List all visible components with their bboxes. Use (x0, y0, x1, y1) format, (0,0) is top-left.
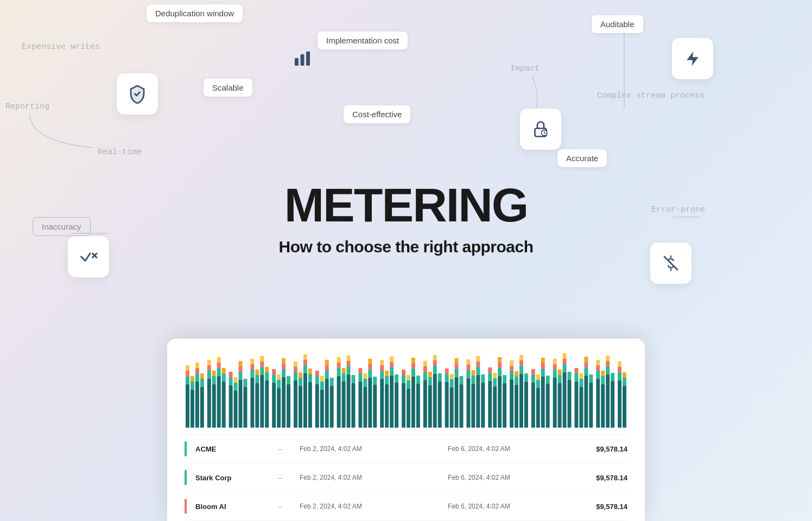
svg-rect-120 (368, 378, 372, 428)
svg-rect-211 (519, 355, 523, 360)
svg-rect-50 (250, 370, 254, 378)
svg-rect-177 (466, 370, 470, 378)
svg-rect-202 (510, 371, 513, 379)
svg-rect-41 (234, 383, 238, 391)
svg-rect-268 (623, 386, 626, 428)
svg-rect-259 (606, 366, 610, 374)
svg-rect-81 (299, 372, 302, 378)
svg-rect-207 (515, 371, 518, 377)
svg-rect-270 (623, 372, 626, 378)
svg-rect-105 (342, 382, 346, 428)
svg-rect-79 (299, 386, 302, 428)
svg-rect-86 (308, 382, 312, 428)
svg-rect-178 (466, 365, 470, 370)
svg-rect-151 (423, 380, 427, 428)
svg-rect-140 (402, 375, 405, 383)
svg-rect-247 (584, 362, 588, 367)
svg-rect-166 (445, 368, 449, 374)
svg-rect-82 (303, 373, 307, 428)
svg-rect-136 (390, 357, 394, 362)
svg-rect-102 (337, 368, 341, 376)
svg-rect-129 (380, 360, 384, 365)
svg-rect-70 (282, 369, 286, 377)
svg-rect-74 (287, 376, 290, 384)
row-indicator (185, 499, 187, 514)
svg-rect-187 (481, 383, 485, 428)
svg-rect-139 (402, 383, 405, 428)
svg-rect-209 (519, 366, 523, 374)
svg-rect-145 (411, 377, 415, 428)
svg-rect-169 (450, 374, 454, 379)
svg-rect-19 (195, 363, 199, 368)
svg-rect-147 (411, 363, 415, 368)
svg-rect-158 (433, 374, 437, 428)
svg-rect-22 (200, 373, 204, 379)
row-amount: $9,578.14 (596, 474, 627, 482)
svg-rect-23 (207, 379, 211, 428)
svg-rect-192 (493, 386, 497, 428)
svg-rect-26 (207, 360, 211, 365)
ghost-impact: Impact (510, 64, 540, 73)
svg-rect-21 (200, 379, 204, 387)
svg-rect-90 (315, 376, 319, 384)
svg-rect-2 (306, 52, 310, 66)
svg-rect-87 (308, 374, 312, 382)
tag-accurate: Accurate (557, 149, 607, 167)
svg-rect-256 (601, 376, 605, 384)
svg-rect-236 (563, 353, 567, 359)
svg-rect-173 (455, 358, 459, 364)
svg-rect-176 (466, 378, 470, 428)
row-amount: $9,578.14 (596, 445, 627, 453)
svg-rect-154 (423, 361, 427, 366)
svg-rect-197 (498, 363, 502, 368)
svg-rect-48 (243, 379, 247, 387)
svg-rect-255 (601, 384, 605, 428)
svg-rect-119 (363, 373, 367, 379)
svg-rect-125 (373, 377, 377, 385)
svg-rect-47 (243, 387, 247, 428)
svg-rect-138 (395, 374, 398, 383)
svg-rect-35 (222, 373, 226, 382)
svg-rect-89 (315, 384, 319, 428)
svg-rect-153 (423, 366, 427, 372)
svg-rect-31 (217, 368, 221, 376)
svg-rect-263 (611, 373, 614, 381)
svg-rect-174 (460, 384, 464, 428)
table-row: Bloom AI – Feb 2, 2024, 4:02 AM Feb 6, 2… (185, 492, 627, 521)
svg-rect-38 (229, 377, 233, 385)
table-section: ACME – Feb 2, 2024, 4:02 AM Feb 6, 2024,… (185, 434, 627, 521)
row-amount: $9,578.14 (596, 503, 627, 511)
svg-rect-253 (596, 365, 600, 371)
ghost-real-time: Real-time (98, 148, 142, 157)
svg-rect-123 (368, 359, 372, 364)
lightning-card (672, 38, 713, 79)
svg-rect-180 (471, 384, 475, 428)
svg-rect-231 (558, 375, 562, 383)
svg-rect-215 (531, 374, 535, 383)
svg-rect-143 (407, 380, 410, 389)
dollar-strike-card (650, 243, 692, 284)
svg-rect-64 (272, 374, 276, 383)
svg-rect-32 (217, 363, 221, 368)
hero-content: METERING How to choose the right approac… (278, 181, 533, 256)
svg-rect-53 (255, 383, 259, 428)
svg-rect-124 (373, 385, 377, 428)
svg-rect-57 (260, 367, 264, 375)
svg-rect-246 (584, 367, 588, 376)
lock-clock-icon (531, 119, 550, 139)
dollar-strike-icon (662, 255, 680, 272)
svg-rect-59 (260, 356, 264, 361)
svg-rect-110 (347, 361, 351, 366)
svg-rect-184 (476, 367, 480, 375)
svg-rect-185 (476, 361, 480, 367)
svg-rect-196 (498, 368, 502, 376)
svg-rect-85 (303, 354, 307, 360)
svg-rect-34 (222, 382, 226, 428)
svg-rect-128 (380, 365, 384, 371)
svg-rect-66 (277, 388, 281, 428)
svg-rect-14 (191, 382, 194, 390)
svg-rect-219 (536, 374, 540, 380)
svg-rect-69 (282, 377, 286, 428)
svg-rect-24 (207, 371, 211, 379)
row-name: ACME (195, 445, 261, 453)
